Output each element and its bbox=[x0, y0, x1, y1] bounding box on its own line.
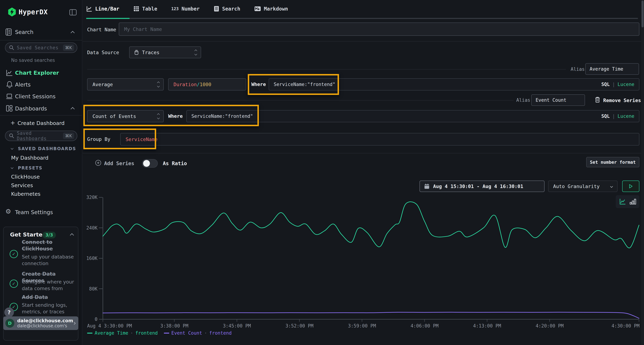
get-started-item-title[interactable]: Connect to ClickHouse bbox=[22, 239, 76, 252]
help-question-mark: ? bbox=[8, 309, 10, 316]
user-menu[interactable]: D dale@clickhouse.com dale@clickhouse.co… bbox=[3, 317, 78, 330]
sidebar-item-team-settings[interactable]: Team Settings bbox=[15, 209, 53, 215]
select-chevrons-icon bbox=[195, 50, 197, 55]
chart-name-field[interactable] bbox=[119, 22, 639, 36]
remove-series-button[interactable]: Remove Series bbox=[603, 98, 641, 103]
saved-dashboards-input[interactable]: Saved Dashboards ⌘K bbox=[5, 131, 77, 141]
tab-table[interactable]: Table bbox=[133, 6, 157, 12]
tab-search[interactable]: Search bbox=[214, 6, 240, 12]
granularity-select[interactable]: Auto Granularity bbox=[548, 181, 618, 192]
search-icon bbox=[9, 133, 14, 139]
chevron-down-icon[interactable] bbox=[11, 147, 14, 150]
svg-text:4:13:00 PM: 4:13:00 PM bbox=[473, 323, 501, 329]
app-title: HyperDX bbox=[18, 8, 48, 16]
series2-language-toggle[interactable]: SQL|Lucene bbox=[601, 113, 634, 119]
sidebar: HyperDX Search Saved Searches ⌘K No save… bbox=[0, 0, 82, 345]
gear-icon: ⚙ bbox=[5, 208, 11, 215]
chevron-down-icon[interactable] bbox=[11, 166, 14, 169]
data-source-value: Traces bbox=[142, 50, 160, 55]
sidebar-item-dashboards[interactable]: Dashboards bbox=[15, 105, 47, 112]
toggle-knob bbox=[143, 160, 150, 167]
avatar: D bbox=[5, 319, 14, 328]
granularity-value: Auto Granularity bbox=[553, 184, 600, 189]
svg-text:4:20:00 PM: 4:20:00 PM bbox=[536, 323, 564, 329]
svg-text:240K: 240K bbox=[86, 225, 98, 231]
add-series-plus-icon[interactable] bbox=[95, 159, 102, 167]
group-by-field[interactable]: ServiceName bbox=[120, 133, 639, 145]
sidebar-item-chart-explorer[interactable]: Chart Explorer bbox=[15, 70, 59, 76]
get-started-item-desc: Set up your database connection bbox=[22, 254, 76, 267]
tab-underline-track bbox=[86, 18, 638, 19]
user-subtext: dale@clickhouse.com's bbox=[17, 323, 73, 328]
search-icon bbox=[9, 45, 14, 50]
alerts-bell-icon bbox=[6, 81, 13, 89]
svg-text:4:06:00 PM: 4:06:00 PM bbox=[410, 323, 439, 329]
svg-text:160K: 160K bbox=[86, 256, 98, 261]
sidebar-item-my-dashboard[interactable]: My Dashboard bbox=[11, 155, 48, 161]
sidebar-section-search[interactable]: Search bbox=[15, 29, 34, 35]
legend-item-average-time[interactable]: Average Time · frontend bbox=[87, 330, 158, 336]
tab-markdown[interactable]: Markdown bbox=[254, 6, 288, 12]
tab-number[interactable]: 123 Number bbox=[171, 6, 200, 12]
user-email: dale@clickhouse.com bbox=[17, 318, 73, 323]
as-ratio-toggle[interactable] bbox=[142, 159, 158, 168]
svg-text:4:30:00 PM: 4:30:00 PM bbox=[612, 323, 640, 329]
chart-canvas[interactable]: 320K240K160K80K0Aug 4 3:30:00 PM3:38:00 … bbox=[83, 193, 644, 329]
legend-item-event-count[interactable]: Event Count · frontend bbox=[164, 330, 232, 336]
chevron-up-icon[interactable] bbox=[71, 107, 75, 111]
svg-text:Aug 4 3:30:00 PM: Aug 4 3:30:00 PM bbox=[87, 323, 132, 329]
series1-expression-field[interactable]: Duration/1000 bbox=[168, 78, 246, 90]
expr-field: Duration bbox=[174, 82, 197, 87]
run-query-button[interactable] bbox=[622, 181, 639, 192]
svg-text:3:38:00 PM: 3:38:00 PM bbox=[160, 323, 188, 329]
database-icon bbox=[134, 49, 139, 55]
123-icon: 123 bbox=[171, 6, 179, 11]
chart-name-input[interactable] bbox=[124, 26, 634, 32]
data-source-select[interactable]: Traces bbox=[129, 46, 201, 58]
saved-dashboards-header[interactable]: SAVED DASHBOARDS bbox=[18, 146, 76, 151]
chevron-down-icon bbox=[610, 185, 613, 188]
series1-alias-field[interactable]: Average Time bbox=[585, 63, 639, 75]
play-icon bbox=[628, 184, 633, 189]
create-dashboard-button[interactable]: Create Dashboard bbox=[18, 120, 64, 126]
sidebar-item-alerts[interactable]: Alerts bbox=[15, 81, 30, 88]
add-series-button[interactable]: Add Series bbox=[104, 161, 134, 166]
saved-searches-input[interactable]: Saved Searches ⌘K bbox=[5, 42, 77, 53]
sidebar-item-client-sessions[interactable]: Client Sessions bbox=[15, 93, 56, 100]
sidebar-item-clickhouse[interactable]: ClickHouse bbox=[11, 174, 40, 180]
sidebar-collapse-icon[interactable] bbox=[70, 9, 76, 15]
series1-aggregation-select[interactable]: Average bbox=[87, 78, 164, 90]
chevron-up-icon[interactable] bbox=[70, 233, 74, 237]
get-started-progress-badge: 3/3 bbox=[42, 232, 56, 239]
series2-alias-field[interactable]: Event Count bbox=[531, 94, 585, 106]
annotation-box-group-by bbox=[83, 128, 156, 149]
chart-explorer-icon bbox=[6, 69, 13, 77]
dashboards-grid-icon bbox=[6, 105, 13, 113]
document-list-icon bbox=[214, 6, 219, 12]
table-icon bbox=[133, 6, 139, 12]
sidebar-item-kubernetes[interactable]: Kubernetes bbox=[11, 191, 40, 197]
scrollbar-thumb[interactable] bbox=[642, 0, 644, 27]
tab-underline-active bbox=[86, 18, 130, 19]
search-section-icon bbox=[5, 28, 12, 36]
set-number-format-button[interactable]: Set number format bbox=[586, 157, 639, 167]
time-range-picker[interactable]: Aug 4 15:30:01 - Aug 4 16:30:01 bbox=[420, 181, 544, 192]
alias-label: Alias bbox=[516, 97, 530, 103]
series1-alias-value: Average Time bbox=[590, 66, 623, 72]
get-started-item-title[interactable]: Add Data bbox=[22, 294, 77, 301]
series1-language-toggle[interactable]: SQL|Lucene bbox=[601, 82, 634, 87]
trash-icon[interactable] bbox=[595, 96, 600, 104]
tab-line-bar[interactable]: Line/Bar bbox=[86, 6, 119, 12]
chevron-up-icon[interactable] bbox=[71, 31, 75, 35]
time-range-value: Aug 4 15:30:01 - Aug 4 16:30:01 bbox=[433, 184, 523, 189]
help-button[interactable]: ? bbox=[4, 308, 14, 317]
annotation-box-count-of-events bbox=[83, 105, 259, 126]
saved-searches-placeholder: Saved Searches bbox=[17, 45, 63, 50]
alias-label: Alias bbox=[571, 66, 584, 72]
as-ratio-label: As Ratio bbox=[163, 161, 187, 166]
scrollbar[interactable] bbox=[641, 0, 644, 345]
view-tabs: Line/Bar Table 123 Number Search Markdow… bbox=[86, 6, 288, 12]
presets-header[interactable]: PRESETS bbox=[18, 166, 42, 171]
markdown-icon bbox=[254, 6, 261, 11]
sidebar-item-services[interactable]: Services bbox=[11, 182, 33, 188]
